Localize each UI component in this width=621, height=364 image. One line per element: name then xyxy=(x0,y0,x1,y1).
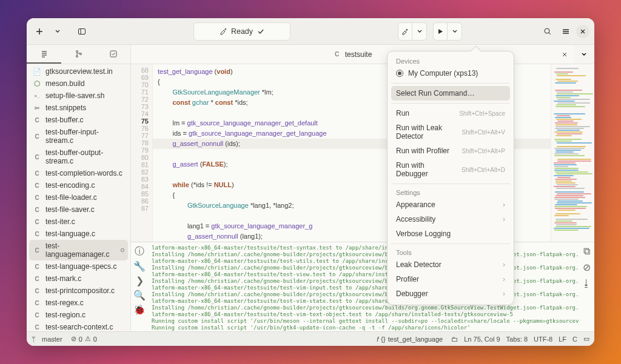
tabbar: testsuite xyxy=(131,45,594,64)
file-item[interactable]: test-buffer.c xyxy=(27,114,130,126)
file-name: test-buffer-input-stream.c xyxy=(45,128,124,145)
c-file-icon xyxy=(333,50,341,59)
file-name: test.snippets xyxy=(45,104,86,112)
run-menu-button[interactable] xyxy=(448,22,462,41)
code-editor[interactable]: 6869707172737475767778798081828384858687… xyxy=(131,64,594,242)
search-button[interactable] xyxy=(540,24,556,39)
build-menu-button[interactable] xyxy=(412,22,427,41)
file-name: test-file-loader.c xyxy=(45,193,97,202)
verbose-logging-item[interactable]: Verbose Logging xyxy=(391,227,510,241)
run-profiler-action[interactable]: Run with ProfilerShift+Ctrl+Alt+P xyxy=(391,144,510,158)
run-debugger-action[interactable]: Run with DebuggerShift+Ctrl+Alt+D xyxy=(391,158,510,181)
file-icon xyxy=(33,67,41,76)
file-item[interactable]: test-iter.c xyxy=(27,216,130,228)
tab-close-button[interactable] xyxy=(559,49,570,60)
file-name: gtksourceview.test.in xyxy=(45,67,113,76)
file-icon xyxy=(33,246,41,254)
svg-rect-0 xyxy=(79,28,86,34)
file-icon xyxy=(33,169,41,177)
file-icon xyxy=(33,132,41,141)
sidebar-tab-todo[interactable] xyxy=(96,45,130,64)
file-item[interactable]: test-languagemanager.c xyxy=(29,240,128,260)
file-name: test-search-context.c xyxy=(45,323,113,331)
new-menu-button[interactable] xyxy=(50,24,65,39)
file-tree[interactable]: gtksourceview.test.inmeson.buildsetup-fi… xyxy=(27,64,130,331)
run-action[interactable]: RunShift+Ctrl+Space xyxy=(391,106,510,121)
titlebar: Ready xyxy=(27,18,594,45)
file-name: test-buffer.c xyxy=(45,116,83,124)
leak-detector-item[interactable]: Leak Detector› xyxy=(391,257,510,272)
svg-point-2 xyxy=(545,28,549,33)
accessibility-item[interactable]: Accessibility› xyxy=(391,212,510,227)
term-clear-button[interactable]: ⊘ xyxy=(583,262,591,273)
folder-icon[interactable]: 🗀 xyxy=(451,336,458,343)
cursor-position[interactable]: Ln 75, Col 9 xyxy=(464,336,500,343)
file-item[interactable]: test-encoding.c xyxy=(27,179,130,191)
check-icon xyxy=(257,27,265,36)
radio-icon xyxy=(396,70,403,77)
profiler-item[interactable]: Profiler› xyxy=(391,272,510,286)
close-button[interactable] xyxy=(576,25,589,38)
run-popover: Devices My Computer (xps13) Select Run C… xyxy=(387,51,514,305)
file-item[interactable]: test-completion-words.c xyxy=(27,167,130,179)
minimap[interactable] xyxy=(551,64,594,242)
file-name: test-languagemanager.c xyxy=(45,242,116,259)
term-wrench-icon[interactable]: 🔧 xyxy=(134,260,145,271)
file-item[interactable]: setup-file-saver.sh xyxy=(27,90,130,102)
term-bug-icon[interactable]: 🐞 xyxy=(134,304,145,315)
term-search-icon[interactable]: 🔍 xyxy=(134,290,145,300)
run-button[interactable] xyxy=(433,22,448,41)
term-save-button[interactable]: ⭳ xyxy=(582,278,591,289)
term-copy-button[interactable]: ⧉ xyxy=(583,246,590,257)
symbol-indicator[interactable]: f{} test_get_language xyxy=(374,336,445,343)
run-leak-action[interactable]: Run with Leak DetectorShift+Ctrl+Alt+V xyxy=(391,121,510,144)
file-item[interactable]: test-language.c xyxy=(27,228,130,240)
diagnostics[interactable]: ⊘0 ⚠0 xyxy=(69,335,99,343)
file-item[interactable]: test-buffer-output-stream.c xyxy=(27,147,130,167)
tab-label: testsuite xyxy=(345,50,372,59)
svg-point-5 xyxy=(76,55,78,57)
file-item[interactable]: test-mark.c xyxy=(27,273,130,285)
file-item[interactable]: test-regex.c xyxy=(27,297,130,309)
file-item[interactable]: test-file-loader.c xyxy=(27,191,130,204)
vcs-branch[interactable]: master xyxy=(42,336,62,343)
sidebar-tab-vcs[interactable] xyxy=(61,45,96,64)
file-item[interactable]: meson.build xyxy=(27,78,130,90)
tab-width[interactable]: Tabs: 8 xyxy=(506,336,528,343)
term-prompt-icon[interactable]: ❯ xyxy=(134,275,145,286)
device-option[interactable]: My Computer (xps13) xyxy=(391,66,510,81)
file-item[interactable]: test-file-saver.c xyxy=(27,204,130,216)
build-status-text: Ready xyxy=(231,27,253,36)
debugger-item[interactable]: Debugger› xyxy=(391,286,510,301)
language[interactable]: C xyxy=(572,336,577,343)
file-icon xyxy=(33,104,41,112)
file-name: test-regex.c xyxy=(45,299,84,307)
file-name: test-printcompositor.c xyxy=(45,286,115,295)
file-item[interactable]: test-search-context.c xyxy=(27,321,130,331)
term-info-icon[interactable]: ⓘ xyxy=(134,246,145,257)
file-item[interactable]: test-buffer-input-stream.c xyxy=(27,126,130,147)
line-gutter: 6869707172737475767778798081828384858687 xyxy=(131,64,153,242)
file-item[interactable]: test.snippets xyxy=(27,102,130,114)
file-item[interactable]: test-printcompositor.c xyxy=(27,285,130,297)
encoding[interactable]: UTF-8 xyxy=(534,336,552,343)
file-item[interactable]: test-language-specs.c xyxy=(27,260,130,273)
file-icon xyxy=(33,205,41,214)
sidebar-tab-files[interactable] xyxy=(27,45,61,64)
appearance-item[interactable]: Appearance› xyxy=(391,197,510,212)
file-name: setup-file-saver.sh xyxy=(45,91,104,100)
file-item[interactable]: test-region.c xyxy=(27,309,130,321)
select-run-command[interactable]: Select Run Command… xyxy=(391,86,510,101)
build-terminal: ⓘ 🔧 ❯ 🔍 🐞 latform-master-x86_64-master/t… xyxy=(131,242,594,331)
build-button[interactable] xyxy=(398,22,412,41)
tab-menu-button[interactable] xyxy=(576,47,592,62)
file-item[interactable]: gtksourceview.test.in xyxy=(27,65,130,78)
tools-heading: Tools xyxy=(391,247,510,257)
file-icon xyxy=(33,217,41,226)
panel-toggle-icon[interactable]: ▭ xyxy=(583,335,589,343)
line-ending[interactable]: LF xyxy=(559,336,566,343)
build-status[interactable]: Ready xyxy=(193,22,290,41)
new-button[interactable] xyxy=(32,24,47,39)
menu-button[interactable] xyxy=(558,24,574,39)
sidebar-toggle-button[interactable] xyxy=(74,24,90,39)
